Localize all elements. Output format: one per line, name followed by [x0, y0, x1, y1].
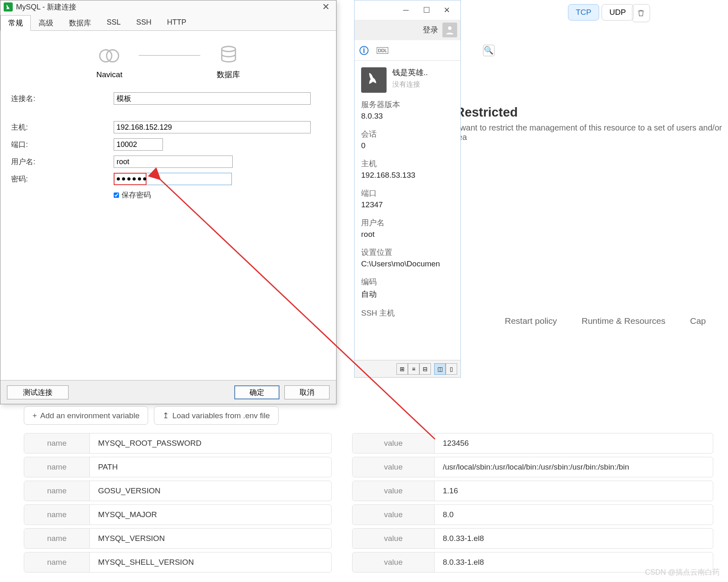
tab-general[interactable]: 常规	[0, 15, 31, 31]
env-name-value: MYSQL_SHELL_VERSION	[90, 558, 202, 567]
svg-point-0	[448, 26, 452, 30]
env-value-value: 8.0.33-1.el8	[435, 558, 492, 567]
env-name-row[interactable]: nameMYSQL_MAJOR	[24, 504, 332, 525]
view-list[interactable]: ≡	[408, 363, 419, 375]
password-field-label: 密码:	[11, 174, 114, 184]
env-value-row[interactable]: value8.0.33-1.el8	[352, 528, 713, 549]
env-value-row[interactable]: value8.0	[352, 504, 713, 525]
port-input[interactable]	[114, 138, 163, 151]
user-field-label: 用户名:	[11, 157, 114, 167]
env-name-label: name	[24, 552, 90, 572]
env-name-row[interactable]: namePATH	[24, 457, 332, 477]
server-version-label: 服务器版本	[361, 99, 454, 110]
dialog-title: MySQL - 新建连接	[16, 2, 76, 12]
user-value: root	[361, 230, 454, 239]
host-field-label: 主机:	[11, 122, 114, 132]
env-value-value: 8.0.33-1.el8	[435, 534, 492, 543]
tab-cap[interactable]: Cap	[690, 316, 706, 326]
password-input-ext[interactable]	[147, 173, 232, 185]
port-value: 12347	[361, 200, 454, 209]
session-label: 会话	[361, 129, 454, 140]
ddl-icon[interactable]: DDL	[377, 47, 388, 54]
plus-icon: +	[32, 411, 37, 420]
tab-restart-policy[interactable]: Restart policy	[505, 316, 557, 326]
username-input[interactable]	[114, 156, 233, 168]
env-value-row[interactable]: value123456	[352, 433, 713, 454]
conn-name-input[interactable]	[114, 92, 311, 105]
load-env-file-button[interactable]: ↥Load variables from .env file	[154, 406, 279, 425]
close-icon[interactable]: ✕	[319, 2, 333, 12]
env-name-label: name	[24, 481, 90, 501]
env-value-label: value	[353, 481, 435, 501]
host-input[interactable]	[114, 121, 311, 133]
tab-runtime[interactable]: Runtime & Resources	[581, 316, 665, 326]
location-label: 设置位置	[361, 247, 454, 258]
connection-line	[139, 55, 200, 56]
encoding-label: 编码	[361, 277, 454, 287]
user-label: 用户名	[361, 218, 454, 228]
env-name-row[interactable]: nameMYSQL_SHELL_VERSION	[24, 552, 332, 573]
search-icon[interactable]: 🔍	[483, 45, 494, 56]
env-value-label: value	[353, 529, 435, 548]
database-icon	[217, 44, 240, 66]
restricted-desc: I want to restrict the management of thi…	[456, 123, 728, 142]
env-value-label: value	[353, 457, 435, 477]
server-version-value: 8.0.33	[361, 112, 454, 121]
view-detail[interactable]: ⊟	[419, 363, 431, 375]
navicat-icon	[98, 45, 120, 67]
delete-button[interactable]	[632, 4, 650, 22]
login-link[interactable]: 登录	[423, 25, 438, 35]
new-connection-dialog: MySQL - 新建连接 ✕ 常规 高级 数据库 SSL SSH HTTP Na…	[0, 0, 337, 404]
password-input[interactable]: ●●●●●●	[114, 173, 147, 185]
env-value-label: value	[353, 552, 435, 572]
env-name-row[interactable]: nameGOSU_VERSION	[24, 481, 332, 501]
port-label: 端口	[361, 188, 454, 199]
test-connection-button[interactable]: 测试连接	[7, 385, 69, 399]
port-field-label: 端口:	[11, 140, 114, 149]
mysql-icon	[361, 67, 387, 93]
ssh-host-label: SSH 主机	[361, 308, 454, 318]
add-env-var-label: Add an environment variable	[40, 411, 140, 420]
env-value-value: /usr/local/sbin:/usr/local/bin:/usr/sbin…	[435, 463, 637, 472]
tab-database[interactable]: 数据库	[61, 15, 99, 30]
env-name-label: name	[24, 433, 90, 453]
env-name-value: PATH	[90, 463, 126, 472]
tab-http[interactable]: HTTP	[159, 15, 194, 30]
navicat-main-window: ─ ☐ ✕ 登录 i DDL 🔍 钱是英雄.. 没有连接 服务器版本8.0.33…	[354, 0, 461, 378]
location-value: C:\Users\mo\Documen	[361, 259, 454, 268]
view-grid[interactable]: ⊞	[396, 363, 408, 375]
maximize-button[interactable]: ☐	[416, 3, 437, 17]
env-name-label: name	[24, 457, 90, 477]
svg-point-3	[222, 46, 235, 52]
svg-point-1	[100, 50, 112, 62]
tab-ssh[interactable]: SSH	[128, 15, 159, 30]
env-name-row[interactable]: nameMYSQL_ROOT_PASSWORD	[24, 433, 332, 454]
tcp-tab[interactable]: TCP	[568, 4, 599, 21]
save-password-checkbox[interactable]	[114, 192, 119, 198]
env-value-label: value	[353, 505, 435, 525]
env-name-row[interactable]: nameMYSQL_VERSION	[24, 528, 332, 549]
tab-ssl[interactable]: SSL	[99, 15, 128, 30]
add-env-var-button[interactable]: +Add an environment variable	[24, 406, 148, 425]
close-button[interactable]: ✕	[437, 3, 457, 17]
tab-advanced[interactable]: 高级	[31, 15, 61, 30]
host-label: 主机	[361, 158, 454, 169]
mysql-app-icon	[4, 2, 13, 11]
env-value-row[interactable]: value/usr/local/sbin:/usr/local/bin:/usr…	[352, 457, 713, 477]
env-value-value: 8.0	[435, 510, 462, 519]
connection-status: 没有连接	[392, 80, 428, 89]
save-password-label: 保存密码	[121, 190, 151, 200]
env-name-value: GOSU_VERSION	[90, 486, 169, 495]
ok-button[interactable]: 确定	[234, 385, 279, 399]
view-panel[interactable]: ▯	[446, 363, 457, 375]
host-value: 192.168.53.133	[361, 171, 454, 180]
minimize-button[interactable]: ─	[396, 3, 416, 17]
env-value-row[interactable]: value1.16	[352, 481, 713, 501]
udp-tab[interactable]: UDP	[602, 4, 634, 21]
session-value: 0	[361, 141, 454, 150]
env-name-value: MYSQL_VERSION	[90, 534, 173, 543]
cancel-button[interactable]: 取消	[284, 385, 330, 399]
view-split[interactable]: ◫	[434, 363, 446, 375]
avatar[interactable]	[442, 23, 457, 37]
info-icon[interactable]: i	[359, 46, 369, 55]
